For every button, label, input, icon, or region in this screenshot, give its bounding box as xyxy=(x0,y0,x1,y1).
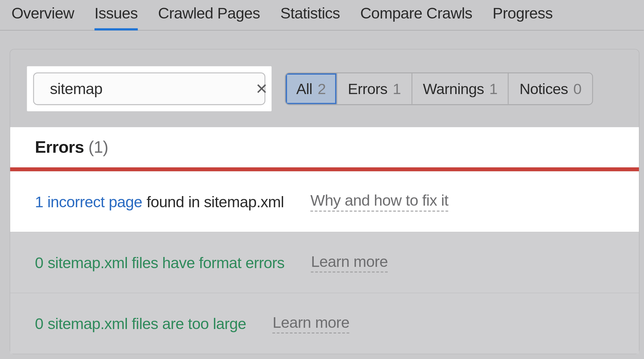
filter-group: All 2 Errors 1 Warnings 1 Notices 0 xyxy=(285,72,593,105)
section-title: Errors xyxy=(35,138,84,156)
clear-icon[interactable]: ✕ xyxy=(253,80,269,98)
issue-row[interactable]: 0 sitemap.xml files are too large Learn … xyxy=(10,293,639,354)
filter-warnings-label: Warnings xyxy=(423,80,484,97)
issue-help-link[interactable]: Why and how to fix it xyxy=(311,192,449,211)
issue-row[interactable]: 1 incorrect page found in sitemap.xml Wh… xyxy=(10,171,639,232)
toolbar: ✕ All 2 Errors 1 Warnings 1 Notices xyxy=(10,66,639,127)
errors-divider xyxy=(10,167,639,171)
issue-rest: found in sitemap.xml xyxy=(147,193,284,210)
filter-all-count: 2 xyxy=(318,80,326,97)
tab-overview[interactable]: Overview xyxy=(11,3,74,30)
filter-notices-label: Notices xyxy=(519,80,568,97)
search-box[interactable]: ✕ xyxy=(33,72,266,105)
filter-errors-count: 1 xyxy=(393,80,401,97)
tabs-bar: Overview Issues Crawled Pages Statistics… xyxy=(0,0,644,31)
issue-prefix: 0 xyxy=(35,254,43,271)
issues-panel: ✕ All 2 Errors 1 Warnings 1 Notices xyxy=(10,49,639,354)
filter-errors[interactable]: Errors 1 xyxy=(337,73,412,104)
tab-progress[interactable]: Progress xyxy=(493,3,553,30)
issue-prefix: 1 incorrect page xyxy=(35,193,142,210)
filter-warnings[interactable]: Warnings 1 xyxy=(412,73,509,104)
tab-statistics[interactable]: Statistics xyxy=(280,3,340,30)
section-header-errors: Errors (1) xyxy=(10,127,639,167)
filter-errors-label: Errors xyxy=(348,80,387,97)
issue-help-link[interactable]: Learn more xyxy=(311,253,388,272)
section-count: (1) xyxy=(88,138,108,156)
issue-text: 0 sitemap.xml files are too large xyxy=(35,315,246,332)
issue-text: 1 incorrect page found in sitemap.xml xyxy=(35,193,284,210)
filter-notices-count: 0 xyxy=(573,80,582,97)
issue-help-link[interactable]: Learn more xyxy=(273,313,349,333)
tab-compare-crawls[interactable]: Compare Crawls xyxy=(360,3,472,30)
issue-prefix: 0 xyxy=(35,315,43,332)
search-highlight: ✕ xyxy=(27,66,271,111)
tab-crawled-pages[interactable]: Crawled Pages xyxy=(158,3,260,30)
filter-warnings-count: 1 xyxy=(489,80,498,97)
filter-all[interactable]: All 2 xyxy=(286,73,337,104)
search-input[interactable] xyxy=(50,80,246,98)
filter-notices[interactable]: Notices 0 xyxy=(509,73,592,104)
issue-rest: sitemap.xml files have format errors xyxy=(48,254,285,271)
tab-issues[interactable]: Issues xyxy=(94,3,138,30)
issues-list: Errors (1) 1 incorrect page found in sit… xyxy=(10,127,639,354)
filter-all-label: All xyxy=(296,80,312,97)
issue-row[interactable]: 0 sitemap.xml files have format errors L… xyxy=(10,232,639,293)
issue-rest: sitemap.xml files are too large xyxy=(48,315,246,332)
issue-text: 0 sitemap.xml files have format errors xyxy=(35,254,284,271)
